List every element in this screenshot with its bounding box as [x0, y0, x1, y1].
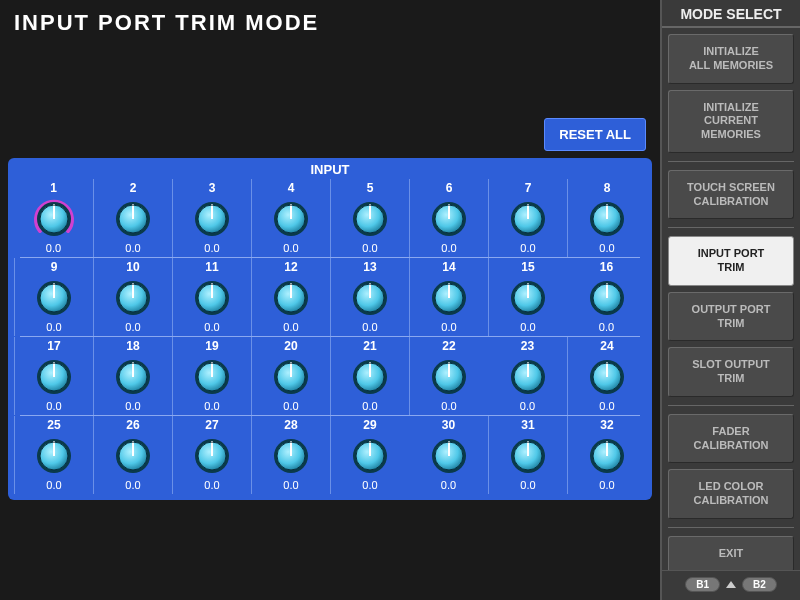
knob-dial-icon[interactable] [32, 276, 76, 320]
knob-dial-icon[interactable] [506, 434, 550, 478]
knob-number: 13 [363, 260, 376, 274]
knob-dial-icon[interactable] [585, 276, 629, 320]
knob-dial-icon[interactable] [190, 434, 234, 478]
knob-11[interactable]: 110.0 [172, 258, 251, 336]
knob-6[interactable]: 60.0 [409, 179, 488, 257]
knob-17[interactable]: 170.0 [14, 337, 93, 415]
knob-value: 0.0 [362, 400, 377, 412]
nav-right-pill[interactable]: B2 [742, 577, 777, 592]
knob-number: 8 [604, 181, 611, 195]
knob-dial-icon[interactable] [427, 197, 471, 241]
knob-dial-icon[interactable] [506, 355, 550, 399]
knob-19[interactable]: 190.0 [172, 337, 251, 415]
knob-dial-icon[interactable] [190, 276, 234, 320]
knob-12[interactable]: 120.0 [251, 258, 330, 336]
knob-13[interactable]: 130.0 [330, 258, 409, 336]
knob-dial-icon[interactable] [427, 434, 471, 478]
knob-32[interactable]: 320.0 [567, 416, 646, 494]
knob-23[interactable]: 230.0 [488, 337, 567, 415]
knob-22[interactable]: 220.0 [409, 337, 488, 415]
knob-number: 16 [600, 260, 613, 274]
mode-button[interactable]: TOUCH SCREENCALIBRATION [668, 170, 794, 220]
knob-dial-icon[interactable] [269, 197, 313, 241]
knob-3[interactable]: 30.0 [172, 179, 251, 257]
knob-20[interactable]: 200.0 [251, 337, 330, 415]
knob-7[interactable]: 70.0 [488, 179, 567, 257]
knob-value: 0.0 [283, 479, 298, 491]
mode-button[interactable]: EXIT [668, 536, 794, 570]
knob-number: 11 [205, 260, 218, 274]
knob-15[interactable]: 150.0 [488, 258, 567, 336]
knob-dial-icon[interactable] [269, 434, 313, 478]
knob-dial-icon[interactable] [111, 276, 155, 320]
knob-dial-icon[interactable] [32, 355, 76, 399]
knob-number: 23 [521, 339, 534, 353]
knob-dial-icon[interactable] [506, 276, 550, 320]
nav-up-icon[interactable] [726, 581, 736, 588]
mode-button[interactable]: OUTPUT PORTTRIM [668, 292, 794, 342]
mode-button[interactable]: LED COLORCALIBRATION [668, 469, 794, 519]
knob-dial-icon[interactable] [427, 355, 471, 399]
knob-number: 26 [126, 418, 139, 432]
mode-button[interactable]: INITIALIZECURRENT MEMORIES [668, 90, 794, 153]
knob-value: 0.0 [125, 479, 140, 491]
knob-number: 2 [130, 181, 137, 195]
knob-dial-icon[interactable] [111, 434, 155, 478]
knob-16[interactable]: 160.0 [567, 258, 646, 336]
knob-number: 24 [600, 339, 613, 353]
knob-8[interactable]: 80.0 [567, 179, 646, 257]
knob-value: 0.0 [204, 321, 219, 333]
knob-dial-icon[interactable] [506, 197, 550, 241]
knob-value: 0.0 [441, 321, 456, 333]
knob-29[interactable]: 290.0 [330, 416, 409, 494]
knob-24[interactable]: 240.0 [567, 337, 646, 415]
knob-number: 19 [205, 339, 218, 353]
knob-dial-icon[interactable] [348, 197, 392, 241]
knob-number: 18 [126, 339, 139, 353]
knob-18[interactable]: 180.0 [93, 337, 172, 415]
knob-value: 0.0 [362, 321, 377, 333]
knob-4[interactable]: 40.0 [251, 179, 330, 257]
knob-26[interactable]: 260.0 [93, 416, 172, 494]
knob-5[interactable]: 50.0 [330, 179, 409, 257]
knob-value: 0.0 [125, 242, 140, 254]
knob-dial-icon[interactable] [190, 355, 234, 399]
mode-button[interactable]: INITIALIZEALL MEMORIES [668, 34, 794, 84]
knob-dial-icon[interactable] [585, 355, 629, 399]
knob-dial-icon[interactable] [585, 197, 629, 241]
knob-dial-icon[interactable] [32, 197, 76, 241]
knob-dial-icon[interactable] [427, 276, 471, 320]
knob-10[interactable]: 100.0 [93, 258, 172, 336]
knob-dial-icon[interactable] [585, 434, 629, 478]
knob-9[interactable]: 90.0 [14, 258, 93, 336]
knob-dial-icon[interactable] [348, 276, 392, 320]
knob-dial-icon[interactable] [348, 355, 392, 399]
knob-dial-icon[interactable] [111, 197, 155, 241]
knob-25[interactable]: 250.0 [14, 416, 93, 494]
knob-dial-icon[interactable] [269, 276, 313, 320]
mode-button[interactable]: INPUT PORTTRIM [668, 236, 794, 286]
knob-dial-icon[interactable] [190, 197, 234, 241]
knob-1[interactable]: 10.0 [14, 179, 93, 257]
nav-left-pill[interactable]: B1 [685, 577, 720, 592]
knob-number: 15 [521, 260, 534, 274]
reset-all-button[interactable]: RESET ALL [544, 118, 646, 151]
mode-button[interactable]: SLOT OUTPUTTRIM [668, 347, 794, 397]
knob-31[interactable]: 310.0 [488, 416, 567, 494]
knob-2[interactable]: 20.0 [93, 179, 172, 257]
knob-28[interactable]: 280.0 [251, 416, 330, 494]
knob-number: 25 [47, 418, 60, 432]
mode-button[interactable]: FADERCALIBRATION [668, 414, 794, 464]
knob-value: 0.0 [599, 479, 614, 491]
knob-dial-icon[interactable] [111, 355, 155, 399]
knob-27[interactable]: 270.0 [172, 416, 251, 494]
knob-dial-icon[interactable] [269, 355, 313, 399]
knob-dial-icon[interactable] [348, 434, 392, 478]
knob-14[interactable]: 140.0 [409, 258, 488, 336]
knob-value: 0.0 [204, 242, 219, 254]
knob-21[interactable]: 210.0 [330, 337, 409, 415]
knob-30[interactable]: 300.0 [409, 416, 488, 494]
knob-value: 0.0 [46, 400, 61, 412]
knob-dial-icon[interactable] [32, 434, 76, 478]
knob-value: 0.0 [362, 242, 377, 254]
